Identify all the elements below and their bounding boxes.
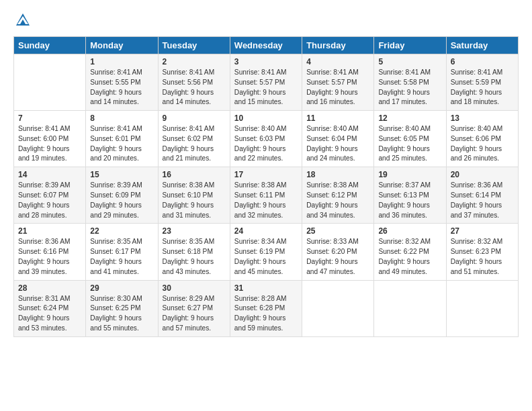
calendar-week-row: 1Sunrise: 8:41 AMSunset: 5:55 PMDaylight… — [14, 54, 519, 111]
calendar-cell: 8Sunrise: 8:41 AMSunset: 6:01 PMDaylight… — [86, 111, 158, 167]
calendar-cell: 15Sunrise: 8:39 AMSunset: 6:09 PMDayligh… — [86, 167, 158, 224]
calendar-cell: 26Sunrise: 8:32 AMSunset: 6:22 PMDayligh… — [374, 224, 446, 280]
calendar-cell: 5Sunrise: 8:41 AMSunset: 5:58 PMDaylight… — [374, 54, 446, 111]
calendar-cell: 1Sunrise: 8:41 AMSunset: 5:55 PMDaylight… — [86, 54, 158, 111]
day-number: 29 — [90, 283, 153, 293]
calendar-cell — [14, 54, 86, 111]
day-number: 27 — [451, 226, 514, 236]
calendar-cell: 29Sunrise: 8:30 AMSunset: 6:25 PMDayligh… — [86, 280, 158, 336]
calendar-cell: 12Sunrise: 8:40 AMSunset: 6:05 PMDayligh… — [374, 111, 446, 167]
day-info: Sunrise: 8:40 AMSunset: 6:06 PMDaylight:… — [451, 124, 514, 164]
calendar-cell: 4Sunrise: 8:41 AMSunset: 5:57 PMDaylight… — [302, 54, 374, 111]
calendar-cell: 18Sunrise: 8:38 AMSunset: 6:12 PMDayligh… — [302, 167, 374, 224]
calendar-header-row: SundayMondayTuesdayWednesdayThursdayFrid… — [14, 37, 519, 54]
day-info: Sunrise: 8:37 AMSunset: 6:13 PMDaylight:… — [378, 181, 441, 220]
day-info: Sunrise: 8:40 AMSunset: 6:05 PMDaylight:… — [378, 124, 441, 164]
calendar-cell: 19Sunrise: 8:37 AMSunset: 6:13 PMDayligh… — [374, 167, 446, 224]
day-info: Sunrise: 8:34 AMSunset: 6:19 PMDaylight:… — [234, 237, 298, 277]
day-info: Sunrise: 8:40 AMSunset: 6:03 PMDaylight:… — [234, 124, 298, 164]
calendar-cell: 9Sunrise: 8:41 AMSunset: 6:02 PMDaylight… — [158, 111, 230, 167]
day-info: Sunrise: 8:31 AMSunset: 6:24 PMDaylight:… — [18, 294, 81, 334]
day-number: 12 — [378, 113, 441, 123]
day-number: 10 — [234, 113, 298, 123]
header — [13, 11, 519, 30]
day-number: 28 — [18, 283, 81, 293]
calendar-week-row: 14Sunrise: 8:39 AMSunset: 6:07 PMDayligh… — [14, 167, 519, 224]
day-info: Sunrise: 8:39 AMSunset: 6:07 PMDaylight:… — [18, 181, 81, 220]
calendar-cell: 6Sunrise: 8:41 AMSunset: 5:59 PMDaylight… — [446, 54, 518, 111]
calendar-week-row: 21Sunrise: 8:36 AMSunset: 6:16 PMDayligh… — [14, 224, 519, 280]
calendar-cell: 2Sunrise: 8:41 AMSunset: 5:56 PMDaylight… — [158, 54, 230, 111]
day-info: Sunrise: 8:41 AMSunset: 6:00 PMDaylight:… — [18, 124, 81, 164]
day-info: Sunrise: 8:33 AMSunset: 6:20 PMDaylight:… — [306, 237, 369, 277]
day-info: Sunrise: 8:32 AMSunset: 6:23 PMDaylight:… — [451, 237, 514, 277]
day-info: Sunrise: 8:38 AMSunset: 6:10 PMDaylight:… — [163, 181, 226, 220]
day-number: 3 — [234, 57, 298, 66]
calendar-cell: 7Sunrise: 8:41 AMSunset: 6:00 PMDaylight… — [14, 111, 86, 167]
day-info: Sunrise: 8:41 AMSunset: 5:57 PMDaylight:… — [234, 68, 298, 107]
day-number: 23 — [163, 226, 226, 236]
calendar-table: SundayMondayTuesdayWednesdayThursdayFrid… — [13, 36, 519, 337]
day-info: Sunrise: 8:38 AMSunset: 6:12 PMDaylight:… — [306, 181, 369, 220]
day-number: 18 — [306, 170, 369, 179]
day-info: Sunrise: 8:41 AMSunset: 5:59 PMDaylight:… — [451, 68, 514, 107]
day-info: Sunrise: 8:38 AMSunset: 6:11 PMDaylight:… — [234, 181, 298, 220]
day-header-tuesday: Tuesday — [158, 37, 230, 54]
day-number: 16 — [163, 170, 226, 179]
calendar-week-row: 7Sunrise: 8:41 AMSunset: 6:00 PMDaylight… — [14, 111, 519, 167]
day-info: Sunrise: 8:30 AMSunset: 6:25 PMDaylight:… — [90, 294, 153, 334]
day-header-thursday: Thursday — [302, 37, 374, 54]
day-info: Sunrise: 8:35 AMSunset: 6:18 PMDaylight:… — [163, 237, 226, 277]
day-header-friday: Friday — [374, 37, 446, 54]
calendar-cell: 23Sunrise: 8:35 AMSunset: 6:18 PMDayligh… — [158, 224, 230, 280]
day-number: 17 — [234, 170, 298, 179]
day-number: 30 — [163, 283, 226, 293]
calendar-week-row: 28Sunrise: 8:31 AMSunset: 6:24 PMDayligh… — [14, 280, 519, 336]
day-header-monday: Monday — [86, 37, 158, 54]
calendar-cell: 3Sunrise: 8:41 AMSunset: 5:57 PMDaylight… — [230, 54, 302, 111]
calendar-cell: 11Sunrise: 8:40 AMSunset: 6:04 PMDayligh… — [302, 111, 374, 167]
calendar-cell — [374, 280, 446, 336]
day-number: 14 — [18, 170, 81, 179]
logo-icon — [13, 11, 32, 30]
day-info: Sunrise: 8:36 AMSunset: 6:14 PMDaylight:… — [451, 181, 514, 220]
day-info: Sunrise: 8:41 AMSunset: 5:58 PMDaylight:… — [378, 68, 441, 107]
calendar-cell: 16Sunrise: 8:38 AMSunset: 6:10 PMDayligh… — [158, 167, 230, 224]
day-info: Sunrise: 8:29 AMSunset: 6:27 PMDaylight:… — [163, 294, 226, 334]
day-info: Sunrise: 8:36 AMSunset: 6:16 PMDaylight:… — [18, 237, 81, 277]
day-number: 19 — [378, 170, 441, 179]
calendar-container: SundayMondayTuesdayWednesdayThursdayFrid… — [0, 0, 532, 344]
day-info: Sunrise: 8:41 AMSunset: 5:55 PMDaylight:… — [90, 68, 153, 107]
day-number: 8 — [90, 113, 153, 123]
calendar-cell: 31Sunrise: 8:28 AMSunset: 6:28 PMDayligh… — [230, 280, 302, 336]
day-number: 9 — [163, 113, 226, 123]
day-number: 11 — [306, 113, 369, 123]
day-number: 31 — [234, 283, 298, 293]
day-number: 26 — [378, 226, 441, 236]
calendar-cell: 10Sunrise: 8:40 AMSunset: 6:03 PMDayligh… — [230, 111, 302, 167]
calendar-cell: 28Sunrise: 8:31 AMSunset: 6:24 PMDayligh… — [14, 280, 86, 336]
calendar-cell: 13Sunrise: 8:40 AMSunset: 6:06 PMDayligh… — [446, 111, 518, 167]
day-info: Sunrise: 8:28 AMSunset: 6:28 PMDaylight:… — [234, 294, 298, 334]
calendar-cell: 30Sunrise: 8:29 AMSunset: 6:27 PMDayligh… — [158, 280, 230, 336]
calendar-cell: 14Sunrise: 8:39 AMSunset: 6:07 PMDayligh… — [14, 167, 86, 224]
day-number: 24 — [234, 226, 298, 236]
day-header-wednesday: Wednesday — [230, 37, 302, 54]
day-info: Sunrise: 8:35 AMSunset: 6:17 PMDaylight:… — [90, 237, 153, 277]
day-info: Sunrise: 8:41 AMSunset: 6:01 PMDaylight:… — [90, 124, 153, 164]
day-number: 21 — [18, 226, 81, 236]
calendar-cell: 20Sunrise: 8:36 AMSunset: 6:14 PMDayligh… — [446, 167, 518, 224]
calendar-cell: 21Sunrise: 8:36 AMSunset: 6:16 PMDayligh… — [14, 224, 86, 280]
day-number: 4 — [306, 57, 369, 66]
calendar-cell — [302, 280, 374, 336]
day-info: Sunrise: 8:41 AMSunset: 5:56 PMDaylight:… — [163, 68, 226, 107]
day-number: 1 — [90, 57, 153, 66]
calendar-cell — [446, 280, 518, 336]
day-number: 6 — [451, 57, 514, 66]
day-number: 13 — [451, 113, 514, 123]
calendar-cell: 17Sunrise: 8:38 AMSunset: 6:11 PMDayligh… — [230, 167, 302, 224]
calendar-cell: 25Sunrise: 8:33 AMSunset: 6:20 PMDayligh… — [302, 224, 374, 280]
calendar-cell: 27Sunrise: 8:32 AMSunset: 6:23 PMDayligh… — [446, 224, 518, 280]
day-number: 25 — [306, 226, 369, 236]
day-number: 2 — [163, 57, 226, 66]
